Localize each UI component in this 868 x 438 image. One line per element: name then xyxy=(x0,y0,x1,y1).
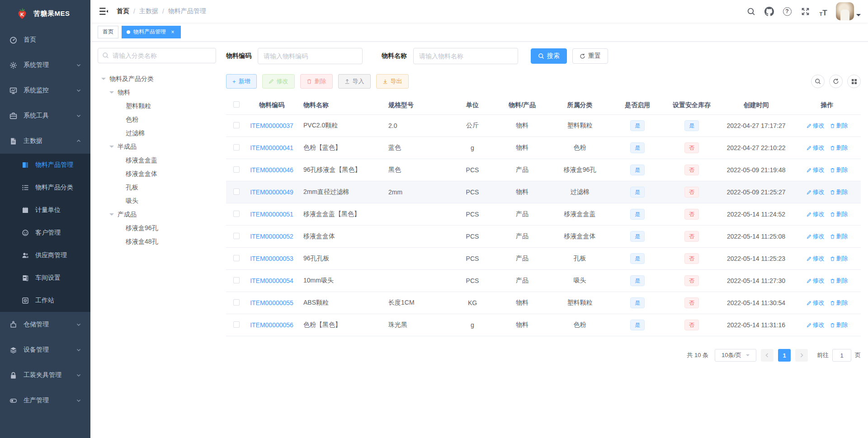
sidebar-item-warehouse[interactable]: 仓储管理 xyxy=(0,312,90,337)
name-filter-input[interactable] xyxy=(413,48,518,64)
tree-node[interactable]: 色粉 xyxy=(98,113,216,127)
prev-page-button[interactable] xyxy=(761,349,774,362)
tree-node[interactable]: 移液盒96孔 xyxy=(98,221,216,235)
export-button[interactable]: 导出 xyxy=(376,74,409,89)
row-delete-link[interactable]: 删除 xyxy=(830,232,848,240)
add-button[interactable]: +新增 xyxy=(226,74,257,89)
row-delete-link[interactable]: 删除 xyxy=(830,299,848,307)
row-delete-link[interactable]: 删除 xyxy=(830,144,848,152)
select-all-checkbox[interactable] xyxy=(233,101,240,108)
material-code-link[interactable]: ITEM00000037 xyxy=(250,122,293,129)
tree-node[interactable]: 吸头 xyxy=(98,194,216,208)
row-checkbox[interactable] xyxy=(233,211,240,217)
row-delete-link[interactable]: 删除 xyxy=(830,188,848,196)
row-delete-link[interactable]: 删除 xyxy=(830,277,848,285)
sidebar-item-supplier[interactable]: 供应商管理 xyxy=(0,244,90,267)
tab-material-mgmt[interactable]: 物料产品管理 × xyxy=(122,26,181,38)
material-code-link[interactable]: ITEM00000046 xyxy=(250,166,293,174)
tree-node[interactable]: 孔板 xyxy=(98,181,216,194)
row-edit-link[interactable]: 修改 xyxy=(807,232,825,240)
logo[interactable]: K 苦糖果MES xyxy=(0,0,90,27)
row-edit-link[interactable]: 修改 xyxy=(807,321,825,329)
row-checkbox[interactable] xyxy=(233,233,240,239)
row-checkbox[interactable] xyxy=(233,144,240,151)
tree-node[interactable]: 过滤棉 xyxy=(98,127,216,140)
caret-down-icon[interactable] xyxy=(109,91,114,96)
caret-down-icon[interactable] xyxy=(109,146,114,150)
sidebar-item-customer[interactable]: 客户管理 xyxy=(0,221,90,244)
row-delete-link[interactable]: 删除 xyxy=(830,166,848,174)
material-code-link[interactable]: ITEM00000055 xyxy=(250,299,293,306)
tree-node[interactable]: 物料 xyxy=(98,86,216,99)
fullscreen-icon[interactable] xyxy=(800,6,811,17)
tree-node[interactable]: 移液盒盒体 xyxy=(98,167,216,181)
search-button[interactable]: 搜索 xyxy=(531,48,567,64)
sidebar-item-workshop[interactable]: 车间设置 xyxy=(0,267,90,289)
material-code-link[interactable]: ITEM00000053 xyxy=(250,255,293,262)
row-edit-link[interactable]: 修改 xyxy=(807,210,825,218)
row-edit-link[interactable]: 修改 xyxy=(807,188,825,196)
user-menu[interactable] xyxy=(836,2,861,20)
sidebar-item-fixture[interactable]: 工装夹具管理 xyxy=(0,363,90,388)
caret-down-icon[interactable] xyxy=(101,78,106,82)
goto-page-input[interactable] xyxy=(832,349,851,362)
breadcrumb-home[interactable]: 首页 xyxy=(117,7,129,15)
material-code-link[interactable]: ITEM00000052 xyxy=(250,233,293,240)
delete-button[interactable]: 删除 xyxy=(300,74,333,89)
next-page-button[interactable] xyxy=(795,349,808,362)
row-delete-link[interactable]: 删除 xyxy=(830,321,848,329)
tree-node[interactable]: 移液盒盒盖 xyxy=(98,154,216,167)
material-code-link[interactable]: ITEM00000056 xyxy=(250,321,293,329)
row-edit-link[interactable]: 修改 xyxy=(807,254,825,263)
row-checkbox[interactable] xyxy=(233,321,240,328)
import-button[interactable]: 导入 xyxy=(338,74,371,89)
help-icon[interactable]: ? xyxy=(782,6,793,17)
sidebar-item-workstation[interactable]: 工作站 xyxy=(0,289,90,312)
close-icon[interactable]: × xyxy=(170,29,176,35)
sidebar-item-equipment[interactable]: 设备管理 xyxy=(0,337,90,363)
tree-node[interactable]: 产成品 xyxy=(98,208,216,221)
row-edit-link[interactable]: 修改 xyxy=(807,144,825,152)
row-checkbox[interactable] xyxy=(233,299,240,306)
row-checkbox[interactable] xyxy=(233,277,240,283)
tree-node[interactable]: 移液盒48孔 xyxy=(98,235,216,249)
row-delete-link[interactable]: 删除 xyxy=(830,210,848,218)
column-settings-button[interactable] xyxy=(847,75,861,88)
toggle-search-button[interactable] xyxy=(811,75,825,88)
caret-down-icon[interactable] xyxy=(109,213,114,218)
row-edit-link[interactable]: 修改 xyxy=(807,122,825,130)
sidebar-item-master-data[interactable]: 主数据 xyxy=(0,128,90,154)
tree-node[interactable]: 半成品 xyxy=(98,140,216,154)
font-size-icon[interactable]: TT xyxy=(818,6,829,17)
page-size-select[interactable]: 10条/页 xyxy=(715,349,756,362)
sidebar-collapse-icon[interactable] xyxy=(99,6,108,16)
row-delete-link[interactable]: 删除 xyxy=(830,122,848,130)
row-delete-link[interactable]: 删除 xyxy=(830,254,848,263)
row-edit-link[interactable]: 修改 xyxy=(807,299,825,307)
material-code-link[interactable]: ITEM00000041 xyxy=(250,144,293,151)
row-checkbox[interactable] xyxy=(233,188,240,195)
search-icon[interactable] xyxy=(745,6,756,17)
sidebar-item-home[interactable]: 首页 xyxy=(0,27,90,52)
material-code-link[interactable]: ITEM00000051 xyxy=(250,211,293,218)
avatar[interactable] xyxy=(836,2,854,20)
row-edit-link[interactable]: 修改 xyxy=(807,277,825,285)
sidebar-item-production[interactable]: 生产管理 xyxy=(0,388,90,413)
sidebar-item-unit[interactable]: 计量单位 xyxy=(0,199,90,221)
code-filter-input[interactable] xyxy=(258,48,363,64)
category-search-input[interactable] xyxy=(98,48,216,63)
row-checkbox[interactable] xyxy=(233,122,240,128)
tab-home[interactable]: 首页 xyxy=(98,26,118,38)
material-code-link[interactable]: ITEM00000049 xyxy=(250,188,293,196)
sidebar-item-material-mgmt[interactable]: 物料产品管理 xyxy=(0,154,90,176)
sidebar-item-system-monitor[interactable]: 系统监控 xyxy=(0,78,90,103)
tree-node-root[interactable]: 物料及产品分类 xyxy=(98,72,216,86)
tree-node[interactable]: 塑料颗粒 xyxy=(98,99,216,113)
sidebar-item-system-mgmt[interactable]: 系统管理 xyxy=(0,52,90,78)
row-edit-link[interactable]: 修改 xyxy=(807,166,825,174)
page-number-1[interactable]: 1 xyxy=(778,349,791,362)
sidebar-item-material-category[interactable]: 物料产品分类 xyxy=(0,176,90,199)
github-icon[interactable] xyxy=(764,6,774,17)
sidebar-item-system-tools[interactable]: 系统工具 xyxy=(0,103,90,128)
reset-button[interactable]: 重置 xyxy=(572,48,608,64)
